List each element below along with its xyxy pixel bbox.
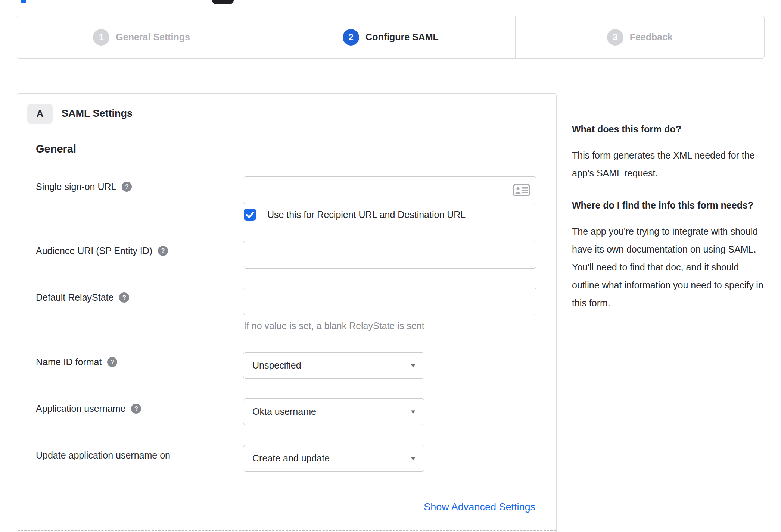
audience-uri-input[interactable] bbox=[243, 241, 536, 269]
default-relaystate-label-row: Default RelayState ? bbox=[36, 292, 129, 303]
general-group-title: General bbox=[36, 143, 76, 155]
step-1-number-badge: 1 bbox=[93, 29, 109, 46]
default-relaystate-label: Default RelayState bbox=[36, 292, 113, 303]
recipient-url-checkbox-label: Use this for Recipient URL and Destinati… bbox=[267, 209, 466, 220]
step-feedback[interactable]: 3 Feedback bbox=[515, 16, 764, 58]
sso-url-help-icon[interactable]: ? bbox=[122, 182, 132, 192]
application-username-value: Okta username bbox=[252, 406, 316, 417]
section-a-badge: A bbox=[27, 104, 53, 124]
name-id-format-label-row: Name ID format ? bbox=[36, 357, 117, 367]
sso-url-input[interactable] bbox=[243, 176, 536, 204]
application-username-label-row: Application username ? bbox=[36, 403, 141, 414]
sso-url-label-row: Single sign-on URL ? bbox=[36, 181, 132, 192]
section-dashed-divider bbox=[18, 530, 556, 531]
update-username-select[interactable]: Create and update ▼ bbox=[243, 445, 424, 472]
use-recipient-url-checkbox[interactable] bbox=[244, 209, 256, 221]
help-heading-2: Where do I find the info this form needs… bbox=[572, 198, 767, 213]
step-3-label: Feedback bbox=[630, 32, 673, 43]
update-username-value: Create and update bbox=[252, 453, 330, 464]
help-heading-1: What does this form do? bbox=[572, 122, 767, 137]
step-2-label: Configure SAML bbox=[365, 32, 439, 43]
name-id-format-label: Name ID format bbox=[36, 357, 102, 367]
application-username-label: Application username bbox=[36, 403, 125, 414]
help-body-1: This form generates the XML needed for t… bbox=[572, 146, 767, 182]
sso-url-input-wrap bbox=[243, 176, 536, 204]
name-id-format-help-icon[interactable]: ? bbox=[107, 357, 117, 367]
chevron-down-icon: ▼ bbox=[410, 362, 417, 369]
checkmark-icon bbox=[246, 212, 254, 218]
clipped-header-element bbox=[212, 0, 234, 4]
name-id-format-select[interactable]: Unspecified ▼ bbox=[243, 352, 424, 379]
default-relaystate-hint: If no value is set, a blank RelayState i… bbox=[244, 320, 424, 331]
saml-settings-card: A SAML Settings General Single sign-on U… bbox=[17, 93, 557, 532]
configure-saml-page: 1 General Settings 2 Configure SAML 3 Fe… bbox=[0, 0, 781, 532]
show-advanced-settings-link[interactable]: Show Advanced Settings bbox=[424, 501, 535, 513]
audience-uri-label: Audience URI (SP Entity ID) bbox=[36, 245, 152, 256]
wizard-stepper: 1 General Settings 2 Configure SAML 3 Fe… bbox=[17, 16, 765, 59]
audience-uri-label-row: Audience URI (SP Entity ID) ? bbox=[36, 245, 168, 256]
default-relaystate-help-icon[interactable]: ? bbox=[119, 292, 129, 303]
default-relaystate-input[interactable] bbox=[243, 288, 536, 315]
application-username-select[interactable]: Okta username ▼ bbox=[243, 398, 424, 425]
help-sidebar: What does this form do? This form genera… bbox=[572, 122, 767, 328]
name-id-format-value: Unspecified bbox=[252, 360, 301, 371]
section-title: SAML Settings bbox=[62, 108, 133, 119]
chevron-down-icon: ▼ bbox=[410, 409, 417, 415]
application-username-help-icon[interactable]: ? bbox=[131, 404, 141, 414]
clipped-header-accent bbox=[21, 0, 26, 3]
sso-url-label: Single sign-on URL bbox=[36, 181, 116, 192]
help-body-2: The app you're trying to integrate with … bbox=[572, 222, 767, 312]
step-configure-saml[interactable]: 2 Configure SAML bbox=[266, 16, 515, 58]
step-2-number-badge: 2 bbox=[343, 29, 359, 46]
step-general-settings[interactable]: 1 General Settings bbox=[17, 16, 266, 58]
recipient-url-check-row: Use this for Recipient URL and Destinati… bbox=[244, 209, 466, 221]
step-3-number-badge: 3 bbox=[607, 29, 623, 46]
update-username-label-row: Update application username on bbox=[36, 450, 170, 461]
chevron-down-icon: ▼ bbox=[410, 455, 417, 461]
update-username-label: Update application username on bbox=[36, 450, 170, 461]
audience-uri-help-icon[interactable]: ? bbox=[158, 246, 168, 256]
step-1-label: General Settings bbox=[116, 32, 190, 43]
